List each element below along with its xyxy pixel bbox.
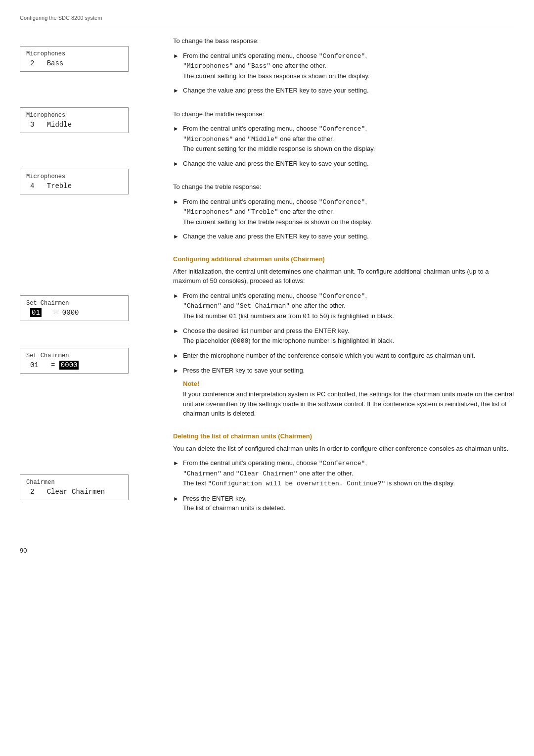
- chairmen-clear-display: Chairmen 2 Clear Chairmen: [20, 474, 129, 500]
- bass-display: Microphones 2 Bass: [20, 46, 129, 72]
- bass-bullet-list: ► From the central unit's operating menu…: [173, 51, 514, 95]
- treble-bullet-2: ► Change the value and press the ENTER k…: [173, 232, 514, 241]
- chairmen-config-title: Configuring additional chairman units (C…: [173, 255, 514, 263]
- chairmen-delete-bullet-2: ► Press the ENTER key.The list of chairm…: [173, 494, 514, 513]
- middle-section: To change the middle response: ► From th…: [173, 109, 514, 169]
- middle-bullet-list: ► From the central unit's operating menu…: [173, 124, 514, 168]
- chairmen-config-bullet-1: ► From the central unit's operating menu…: [173, 291, 514, 322]
- note-title: Note!: [183, 380, 514, 387]
- chairmen-delete-bullet-1: ► From the central unit's operating menu…: [173, 458, 514, 489]
- chairmen-delete-intro: You can delete the list of configured ch…: [173, 444, 514, 454]
- middle-display: Microphones 3 Middle: [20, 107, 129, 133]
- note-text: If your conference and interpretation sy…: [183, 389, 514, 419]
- chairmen-config-bullet-4: ► Press the ENTER key to save your setti…: [173, 366, 514, 376]
- chairmen-delete-bullet-list: ► From the central unit's operating menu…: [173, 458, 514, 513]
- middle-bullet-2: ► Change the value and press the ENTER k…: [173, 159, 514, 169]
- bass-section: To change the bass response: ► From the …: [173, 36, 514, 95]
- bass-bullet-2: ► Change the value and press the ENTER k…: [173, 86, 514, 95]
- page-number: 90: [20, 547, 514, 554]
- chairmen-config-intro: After initialization, the central unit d…: [173, 267, 514, 286]
- bass-bullet-1: ► From the central unit's operating menu…: [173, 51, 514, 81]
- middle-intro: To change the middle response:: [173, 109, 514, 119]
- chairmen-config-bullet-2: ► Choose the desired list number and pre…: [173, 326, 514, 346]
- treble-section: To change the treble response: ► From th…: [173, 182, 514, 241]
- treble-bullet-1: ► From the central unit's operating menu…: [173, 197, 514, 227]
- chairmen-delete-section: Deleting the list of chairman units (Cha…: [173, 432, 514, 513]
- note-box: Note! If your conference and interpretat…: [183, 380, 514, 419]
- middle-bullet-1: ► From the central unit's operating menu…: [173, 124, 514, 154]
- set-chairmen-display-2: Set Chairmen 01 = 0000: [20, 348, 129, 374]
- treble-intro: To change the treble response:: [173, 182, 514, 192]
- treble-display: Microphones 4 Treble: [20, 169, 129, 194]
- chairmen-config-bullet-3: ► Enter the microphone number of the con…: [173, 351, 514, 361]
- chairmen-config-section: Configuring additional chairman units (C…: [173, 255, 514, 419]
- page-header: Configuring the SDC 8200 system: [20, 15, 514, 24]
- chairmen-delete-title: Deleting the list of chairman units (Cha…: [173, 432, 514, 440]
- treble-bullet-list: ► From the central unit's operating menu…: [173, 197, 514, 241]
- bass-intro: To change the bass response:: [173, 36, 514, 46]
- set-chairmen-display-1: Set Chairmen 01 = 0000: [20, 295, 129, 321]
- chairmen-config-bullet-list: ► From the central unit's operating menu…: [173, 291, 514, 376]
